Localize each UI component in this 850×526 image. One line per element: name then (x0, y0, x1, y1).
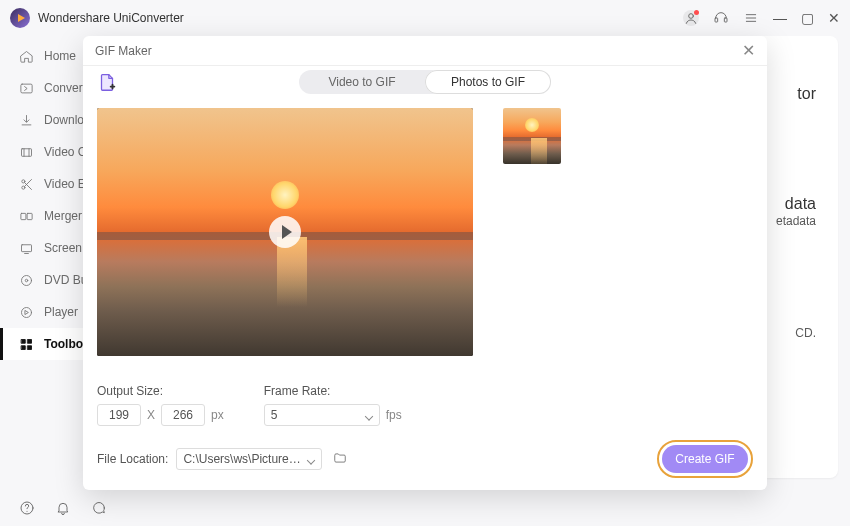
sidebar-item-label: Home (44, 49, 76, 63)
home-icon (18, 48, 34, 64)
frame-rate-select[interactable] (264, 404, 380, 426)
thumbnail[interactable] (503, 108, 561, 164)
bg-text: tor (797, 85, 816, 103)
converter-icon (18, 80, 34, 96)
fps-unit: fps (386, 408, 402, 422)
svg-point-18 (21, 275, 31, 285)
svg-rect-22 (21, 339, 25, 343)
create-gif-highlight: Create GIF (657, 440, 753, 478)
svg-rect-1 (715, 18, 718, 22)
svg-line-13 (24, 179, 31, 186)
svg-line-12 (24, 182, 31, 189)
svg-marker-21 (25, 310, 28, 314)
modal-body: Output Size: X px Frame Rate: fps (83, 98, 767, 490)
open-folder-button[interactable] (332, 451, 348, 468)
modal-header: GIF Maker ✕ (83, 36, 767, 66)
svg-rect-23 (27, 339, 31, 343)
tab-segment: Video to GIF Photos to GIF (299, 70, 551, 94)
bg-text: data (785, 195, 816, 213)
bg-text: etadata (776, 214, 816, 228)
tab-video-to-gif[interactable]: Video to GIF (299, 70, 425, 94)
toolbox-icon (18, 336, 34, 352)
notification-dot (694, 10, 699, 15)
titlebar: Wondershare UniConverter — ▢ ✕ (0, 0, 850, 36)
svg-rect-14 (20, 213, 25, 219)
dvd-icon (18, 272, 34, 288)
output-size-group: Output Size: X px (97, 384, 224, 426)
window-minimize[interactable]: — (773, 10, 787, 26)
support-icon[interactable] (713, 10, 729, 26)
bell-icon[interactable] (54, 499, 72, 517)
svg-point-20 (21, 307, 31, 317)
sidebar-item-label: Merger (44, 209, 82, 223)
add-file-button[interactable] (95, 70, 119, 94)
app-logo (10, 8, 30, 28)
svg-rect-7 (21, 148, 31, 156)
menu-icon[interactable] (743, 10, 759, 26)
compress-icon (18, 144, 34, 160)
preview-area (97, 108, 473, 356)
help-icon[interactable] (18, 499, 36, 517)
app-title: Wondershare UniConverter (38, 11, 184, 25)
size-separator: X (147, 408, 155, 422)
svg-rect-25 (27, 345, 31, 349)
window-maximize[interactable]: ▢ (801, 10, 814, 26)
svg-rect-16 (21, 244, 31, 251)
recorder-icon (18, 240, 34, 256)
svg-point-19 (25, 279, 28, 282)
player-icon (18, 304, 34, 320)
download-icon (18, 112, 34, 128)
window-close[interactable]: ✕ (828, 10, 840, 26)
sidebar-item-label: Player (44, 305, 78, 319)
play-button[interactable] (269, 216, 301, 248)
app-window: Wondershare UniConverter — ▢ ✕ Home (0, 0, 850, 526)
merger-icon (18, 208, 34, 224)
account-icon[interactable] (683, 10, 699, 26)
px-unit: px (211, 408, 224, 422)
output-size-label: Output Size: (97, 384, 224, 398)
svg-point-0 (689, 14, 694, 19)
svg-rect-15 (27, 213, 32, 219)
frame-rate-group: Frame Rate: fps (264, 384, 402, 426)
feedback-icon[interactable] (90, 499, 108, 517)
tab-label: Photos to GIF (451, 75, 525, 89)
modal-title: GIF Maker (95, 44, 152, 58)
modal-footer: File Location: Create GIF (97, 426, 753, 492)
file-location-select[interactable] (176, 448, 322, 470)
modal-close[interactable]: ✕ (742, 41, 755, 60)
svg-rect-2 (724, 18, 727, 22)
tab-label: Video to GIF (328, 75, 395, 89)
create-gif-button[interactable]: Create GIF (662, 445, 748, 473)
svg-rect-24 (21, 345, 25, 349)
output-width-input[interactable] (97, 404, 141, 426)
output-height-input[interactable] (161, 404, 205, 426)
gif-maker-modal: GIF Maker ✕ Video to GIF Photos to GIF (83, 36, 767, 490)
bottombar (0, 490, 850, 526)
file-location-label: File Location: (97, 452, 168, 466)
modal-toolbar: Video to GIF Photos to GIF (83, 66, 767, 98)
bg-text: CD. (795, 326, 816, 340)
tab-photos-to-gif[interactable]: Photos to GIF (425, 70, 551, 94)
frame-rate-label: Frame Rate: (264, 384, 402, 398)
scissors-icon (18, 176, 34, 192)
